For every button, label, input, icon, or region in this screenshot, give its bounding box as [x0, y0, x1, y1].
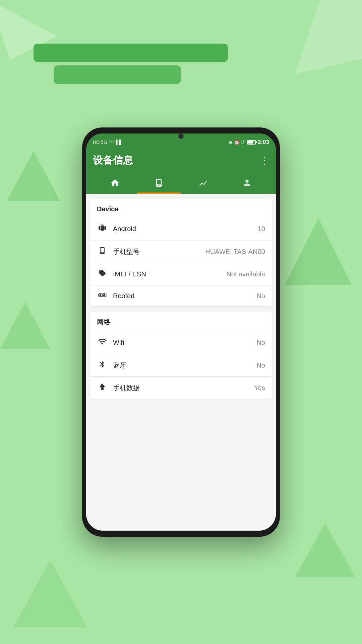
phone-screen: HD 5G ⁴⁶ᵉ ▌▌ ⊕ ⏰ ↺ 2:03 设备信息 ⋮	[86, 133, 276, 531]
table-row: IMEI / ESN Not available	[90, 263, 272, 285]
status-right-icons: ⊕ ⏰ ↺ 2:03	[229, 139, 269, 146]
table-row: 蓝牙 No	[90, 354, 272, 377]
top-decorative-bars	[34, 44, 235, 84]
bluetooth-value: No	[256, 362, 265, 369]
battery-icon	[247, 140, 256, 145]
table-row: 手机型号 HUAWEI TAS-AN00	[90, 240, 272, 263]
imei-icon	[97, 269, 108, 279]
tab-profile[interactable]	[225, 174, 269, 194]
app-header: 设备信息 ⋮	[86, 148, 276, 194]
status-icon-alarm: ⊕ ⏰ ↺	[229, 140, 245, 145]
phone-frame: HD 5G ⁴⁶ᵉ ▌▌ ⊕ ⏰ ↺ 2:03 设备信息 ⋮	[82, 127, 280, 537]
android-label: Android	[113, 225, 258, 233]
android-icon	[97, 223, 108, 234]
network-section-title: 网络	[90, 312, 272, 331]
top-bar-2	[54, 65, 181, 84]
mobile-data-icon	[97, 383, 108, 393]
tab-home[interactable]	[93, 174, 137, 194]
content-area: Device Android 10	[86, 194, 276, 531]
svg-point-2	[100, 294, 102, 296]
rooted-value: No	[256, 292, 265, 300]
status-left-text: HD 5G ⁴⁶ᵉ ▌▌	[93, 140, 122, 145]
table-row: 手机数据 Yes	[90, 377, 272, 399]
bluetooth-label: 蓝牙	[113, 361, 256, 370]
table-row: Wifi No	[90, 331, 272, 354]
wifi-label: Wifi	[113, 339, 256, 346]
stats-icon	[198, 178, 208, 190]
android-value: 10	[258, 225, 265, 233]
rooted-icon	[97, 291, 108, 300]
phone-model-value: HUAWEI TAS-AN00	[205, 248, 265, 256]
device-section-title: Device	[90, 199, 272, 217]
mobile-data-label: 手机数据	[113, 383, 254, 392]
wifi-icon	[97, 337, 108, 348]
phone-notch	[151, 127, 211, 132]
rooted-label: Rooted	[113, 292, 256, 300]
navigation-tabs	[93, 174, 269, 194]
device-info-card: Device Android 10	[90, 199, 272, 306]
phone-model-icon	[97, 247, 108, 257]
imei-label: IMEI / ESN	[113, 270, 226, 278]
phone-camera	[178, 133, 184, 139]
tab-device[interactable]	[137, 174, 181, 194]
top-bar-1	[34, 44, 228, 62]
mobile-data-value: Yes	[254, 384, 265, 392]
table-row: Rooted No	[90, 285, 272, 306]
table-row: Android 10	[90, 217, 272, 240]
tab-stats[interactable]	[181, 174, 225, 194]
header-title-row: 设备信息 ⋮	[93, 154, 269, 167]
device-icon	[154, 178, 164, 190]
network-info-card: 网络 Wifi No	[90, 312, 272, 399]
wifi-value: No	[256, 339, 265, 346]
status-time: 2:03	[258, 139, 269, 146]
status-left-icons: HD 5G ⁴⁶ᵉ ▌▌	[93, 140, 122, 145]
profile-icon	[242, 178, 252, 190]
home-icon	[110, 178, 120, 190]
tab-indicator	[137, 193, 181, 194]
menu-icon[interactable]: ⋮	[260, 155, 269, 166]
phone-model-label: 手机型号	[113, 247, 205, 256]
page-title: 设备信息	[93, 154, 133, 167]
svg-point-3	[103, 294, 105, 296]
imei-value: Not available	[226, 270, 265, 278]
bluetooth-icon	[97, 360, 108, 370]
